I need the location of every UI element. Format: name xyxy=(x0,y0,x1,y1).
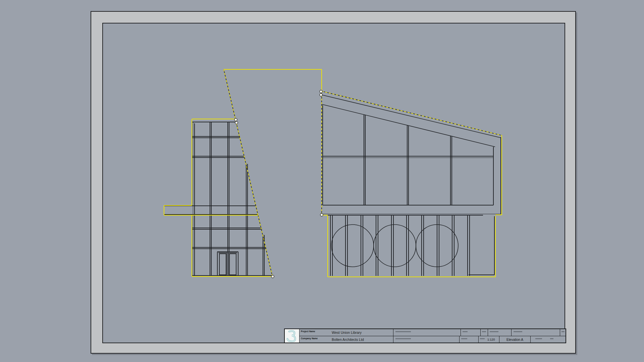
title-block-field xyxy=(393,336,460,343)
selected-center-massing[interactable] xyxy=(164,69,322,277)
sheet-name-cell: Elevation A xyxy=(499,336,531,343)
title-block-field xyxy=(560,329,566,336)
title-block-field xyxy=(393,329,461,336)
selection-grip xyxy=(235,121,238,124)
selection-grip xyxy=(320,94,322,96)
sheet-name: Elevation A xyxy=(499,338,530,342)
title-block-field xyxy=(461,329,481,336)
selection-grip xyxy=(234,118,237,121)
logo-mark xyxy=(285,329,299,343)
drawing-scale: 1:120 xyxy=(487,338,495,341)
scale-cell: 1:120 xyxy=(479,336,499,343)
elevation-drawing xyxy=(0,0,644,362)
title-block: Project Name West Union Library Company … xyxy=(284,328,566,343)
title-block-field xyxy=(512,329,560,336)
title-block-row-project: Project Name West Union Library xyxy=(299,329,566,336)
title-block-field xyxy=(460,336,479,343)
cad-application-canvas: { "title_block": { "project_label": "Pro… xyxy=(0,0,644,362)
facade-circle xyxy=(331,225,374,267)
right-building-selection[interactable] xyxy=(322,91,502,277)
company-name-label: Company Name xyxy=(301,337,318,340)
project-name-cell: Project Name West Union Library xyxy=(299,329,393,336)
left-tower-elevation[interactable] xyxy=(164,122,272,276)
title-block-row-company: Company Name Bolten Architects Ltd 1:120… xyxy=(299,336,566,343)
selection-grip xyxy=(320,90,322,93)
project-name-value: West Union Library xyxy=(332,330,362,335)
entry-door[interactable] xyxy=(217,252,238,276)
selection-grip xyxy=(271,275,274,278)
title-block-field xyxy=(488,329,512,336)
title-block-field xyxy=(481,329,488,336)
title-block-field xyxy=(531,336,566,343)
company-name-cell: Company Name Bolten Architects Ltd xyxy=(299,336,393,343)
company-logo xyxy=(285,329,300,343)
facade-circle xyxy=(374,225,416,267)
selection-grip xyxy=(320,214,323,216)
right-building-elevation[interactable] xyxy=(322,95,501,276)
company-name-value: Bolten Architects Ltd xyxy=(332,338,364,342)
project-name-label: Project Name xyxy=(301,330,315,333)
